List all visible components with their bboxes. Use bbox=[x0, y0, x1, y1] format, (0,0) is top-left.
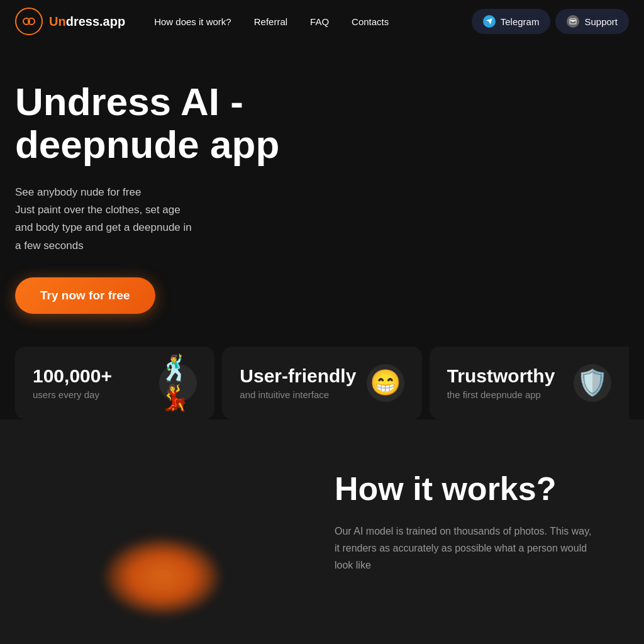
telegram-button[interactable]: Telegram bbox=[472, 9, 551, 34]
stats-row: 100,000+ users every day 🕺💃 User-friendl… bbox=[15, 347, 629, 419]
stat-card-users: 100,000+ users every day 🕺💃 bbox=[15, 347, 214, 419]
stat-card-trustworthy: Trustworthy the first deepnude app 🛡️ bbox=[430, 347, 629, 419]
stat-number-friendly: User-friendly bbox=[240, 365, 356, 387]
how-title: How it works? bbox=[335, 470, 629, 508]
navbar: Undress.app How does it work? Referral F… bbox=[0, 0, 644, 43]
how-left bbox=[15, 470, 309, 608]
support-button[interactable]: Support bbox=[555, 9, 629, 34]
stat-label-users: users every day bbox=[33, 389, 112, 400]
nav-contacts[interactable]: Contacts bbox=[343, 11, 397, 32]
stat-emoji-trust: 🛡️ bbox=[574, 364, 611, 402]
cta-button[interactable]: Try now for free bbox=[15, 277, 155, 314]
stat-number-trust: Trustworthy bbox=[447, 365, 555, 387]
stat-number-users: 100,000+ bbox=[33, 365, 112, 387]
support-icon bbox=[567, 15, 579, 28]
how-description: Our AI model is trained on thousands of … bbox=[335, 523, 599, 574]
nav-faq[interactable]: FAQ bbox=[301, 11, 338, 32]
how-right: How it works? Our AI model is trained on… bbox=[309, 470, 629, 608]
nav-links: How does it work? Referral FAQ Contacts bbox=[145, 11, 462, 32]
nav-how-it-works[interactable]: How does it work? bbox=[145, 11, 240, 32]
hero-description: See anybody nude for free Just paint ove… bbox=[15, 184, 242, 254]
support-label: Support bbox=[584, 16, 618, 27]
stat-emoji-friendly: 😁 bbox=[367, 364, 404, 402]
stat-card-friendly: User-friendly and intuitive interface 😁 bbox=[222, 347, 421, 419]
logo[interactable]: Undress.app bbox=[15, 8, 125, 35]
nav-referral[interactable]: Referral bbox=[245, 11, 296, 32]
telegram-label: Telegram bbox=[501, 16, 540, 27]
nav-actions: Telegram Support bbox=[472, 9, 629, 34]
stat-label-friendly: and intuitive interface bbox=[240, 389, 356, 400]
logo-icon bbox=[15, 8, 43, 35]
stat-emoji-users: 🕺💃 bbox=[159, 364, 197, 402]
orange-blob bbox=[106, 539, 219, 614]
how-section: How it works? Our AI model is trained on… bbox=[0, 419, 644, 644]
telegram-icon bbox=[483, 15, 496, 28]
hero-title: Undress AI - deepnude app bbox=[15, 80, 330, 166]
stat-label-trust: the first deepnude app bbox=[447, 389, 555, 400]
hero-section: Undress AI - deepnude app See anybody nu… bbox=[0, 43, 644, 419]
logo-text: Undress.app bbox=[49, 14, 125, 29]
